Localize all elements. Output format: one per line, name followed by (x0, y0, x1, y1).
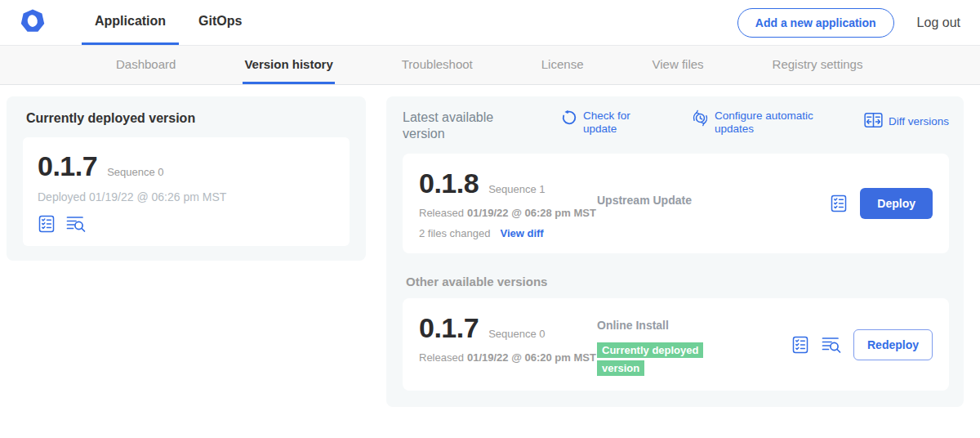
currently-deployed-panel: Currently deployed version 0.1.7 Sequenc… (7, 96, 366, 261)
check-for-update-link[interactable]: Check for update (561, 110, 661, 136)
main-content: Currently deployed version 0.1.7 Sequenc… (0, 85, 980, 407)
top-tabs: Application GitOps (82, 0, 261, 45)
auto-update-clock-icon (692, 110, 709, 130)
deployed-sequence-label: Sequence 0 (107, 166, 163, 178)
configure-automatic-updates-label: Configure automatic updates (715, 110, 835, 136)
redeploy-button[interactable]: Redeploy (853, 329, 933, 360)
available-versions-panel: Latest available version Check for updat… (386, 96, 964, 407)
deployed-version-number: 0.1.7 (38, 150, 97, 182)
version-row: 0.1.7 Sequence 0 (38, 150, 335, 182)
other-version-source: Online Install Currently deployed versio… (597, 312, 791, 377)
latest-version-actions: Deploy (830, 188, 933, 219)
view-diff-icon[interactable] (822, 336, 841, 354)
top-nav-right: Add a new application Log out (737, 0, 980, 45)
release-notes-icon[interactable] (38, 215, 56, 233)
refresh-icon (561, 110, 577, 129)
currently-deployed-badge-wrap: Currently deployed version (597, 341, 721, 377)
latest-available-title: Latest available version (403, 110, 510, 142)
other-released-timestamp: Released01/19/22 @ 06:20 pm MST (419, 351, 597, 365)
view-diff-link[interactable]: View diff (500, 227, 543, 239)
released-date: 01/19/22 @ 06:20 pm MST (467, 351, 596, 364)
diff-versions-link[interactable]: Diff versions (864, 112, 949, 132)
subnav-registry-settings[interactable]: Registry settings (771, 46, 865, 84)
app-logo[interactable] (20, 0, 45, 45)
released-prefix: Released (419, 351, 464, 364)
other-available-versions-title: Other available versions (406, 275, 949, 288)
check-for-update-label: Check for update (583, 110, 661, 136)
tab-application[interactable]: Application (82, 0, 179, 45)
top-nav: Application GitOps Add a new application… (0, 0, 980, 46)
subnav-troubleshoot[interactable]: Troubleshoot (400, 46, 474, 84)
subnav-license[interactable]: License (540, 46, 586, 84)
released-prefix: Released (419, 207, 464, 219)
deployed-panel-title: Currently deployed version (23, 111, 350, 126)
deployed-timestamp: Deployed 01/19/22 @ 06:26 pm MST (38, 190, 335, 203)
latest-version-card: 0.1.8 Sequence 1 Released01/19/22 @ 06:2… (403, 154, 949, 253)
latest-sequence-label: Sequence 1 (488, 183, 545, 195)
deploy-button[interactable]: Deploy (860, 188, 933, 219)
release-notes-icon[interactable] (830, 194, 848, 212)
view-diff-icon[interactable] (66, 215, 86, 233)
latest-released-timestamp: Released01/19/22 @ 06:28 pm MST (419, 206, 597, 221)
files-changed-row: 2 files changed View diff (419, 227, 597, 239)
other-version-actions: Redeploy (791, 329, 933, 360)
released-date: 01/19/22 @ 06:28 pm MST (467, 207, 596, 219)
other-version-number: 0.1.7 (419, 312, 479, 344)
other-version-info: 0.1.7 Sequence 0 Released01/19/22 @ 06:2… (419, 312, 597, 377)
latest-version-info: 0.1.8 Sequence 1 Released01/19/22 @ 06:2… (419, 168, 597, 239)
diff-versions-icon (864, 112, 883, 132)
subnav-view-files[interactable]: View files (650, 46, 705, 84)
subnav-dashboard[interactable]: Dashboard (114, 46, 177, 84)
deployed-version-card: 0.1.7 Sequence 0 Deployed 01/19/22 @ 06:… (23, 137, 350, 246)
release-notes-icon[interactable] (791, 336, 809, 354)
available-panel-header: Latest available version Check for updat… (403, 110, 949, 142)
upstream-update-label: Upstream Update (597, 194, 692, 207)
online-install-label: Online Install (597, 319, 669, 332)
other-sequence-label: Sequence 0 (488, 328, 545, 340)
app-sub-nav: Dashboard Version history Troubleshoot L… (0, 46, 980, 85)
diff-versions-label: Diff versions (889, 115, 949, 128)
deployed-card-actions (38, 215, 335, 233)
currently-deployed-badge: Currently deployed version (597, 342, 703, 376)
latest-version-source: Upstream Update (597, 168, 830, 239)
files-changed-count: 2 files changed (419, 227, 490, 239)
logout-link[interactable]: Log out (917, 16, 960, 30)
other-version-card: 0.1.7 Sequence 0 Released01/19/22 @ 06:2… (403, 298, 949, 391)
latest-version-number: 0.1.8 (419, 168, 479, 199)
replicated-logo-icon (20, 9, 45, 37)
tab-gitops[interactable]: GitOps (185, 0, 255, 45)
configure-automatic-updates-link[interactable]: Configure automatic updates (692, 110, 835, 136)
subnav-version-history[interactable]: Version history (243, 46, 334, 84)
add-application-button[interactable]: Add a new application (737, 8, 894, 38)
